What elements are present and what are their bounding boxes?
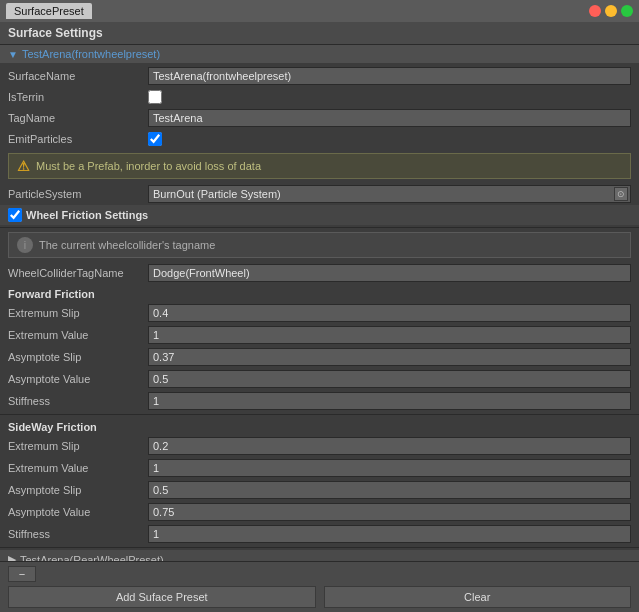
ff-asymptote-value-label: Asymptote Value [8,373,148,385]
ff-extremum-slip-label: Extremum Slip [8,307,148,319]
sf-asymptote-slip-row: Asymptote Slip [0,479,639,501]
info-box: i The current wheelcollider's tagname [8,232,631,258]
title-tab[interactable]: SurfacePreset [6,3,92,19]
warning-text: Must be a Prefab, inorder to avoid loss … [36,160,261,172]
panel-title: Surface Settings [8,26,103,40]
ff-extremum-value-input[interactable] [148,326,631,344]
bottom-controls: − Add Suface Preset Clear [0,561,639,612]
is-terrin-row: IsTerrin [0,87,639,107]
window: SurfacePreset Surface Settings ▼ TestAre… [0,0,639,612]
section-body: SurfaceName IsTerrin TagName EmitParticl… [0,63,639,561]
sf-extremum-value-row: Extremum Value [0,457,639,479]
emit-particles-row: EmitParticles [0,129,639,149]
window-controls [589,5,633,17]
emit-particles-checkbox[interactable] [148,132,162,146]
add-preset-button[interactable]: Add Suface Preset [8,586,316,608]
sideway-friction-heading: SideWay Friction [0,417,639,435]
sf-extremum-slip-input[interactable] [148,437,631,455]
info-text: The current wheelcollider's tagname [39,239,215,251]
ff-stiffness-row: Stiffness [0,390,639,412]
expanded-section-header[interactable]: ▼ TestArena(frontwheelpreset) [0,45,639,63]
particle-system-text: BurnOut (Particle System) [153,188,281,200]
sf-stiffness-row: Stiffness [0,523,639,545]
minimize-button[interactable] [605,5,617,17]
sf-asymptote-value-input[interactable] [148,503,631,521]
maximize-button[interactable] [621,5,633,17]
divider-3 [0,547,639,548]
ff-stiffness-input[interactable] [148,392,631,410]
wheel-friction-header: Wheel Friction Settings [0,205,639,225]
wheel-collider-label: WheelColliderTagName [8,267,148,279]
sf-extremum-value-label: Extremum Value [8,462,148,474]
wheel-friction-checkbox[interactable] [8,208,22,222]
particle-system-value[interactable]: BurnOut (Particle System) ⊙ [148,185,631,203]
ff-extremum-slip-row: Extremum Slip [0,302,639,324]
sf-asymptote-value-row: Asymptote Value [0,501,639,523]
tag-name-label: TagName [8,112,148,124]
ff-asymptote-slip-input[interactable] [148,348,631,366]
minus-button[interactable]: − [8,566,36,582]
wheel-collider-row: WheelColliderTagName [0,262,639,284]
minus-btn-row: − [8,566,631,582]
sf-extremum-slip-label: Extremum Slip [8,440,148,452]
expanded-section-label: TestArena(frontwheelpreset) [22,48,160,60]
sideway-friction-fields: Extremum Slip Extremum Value Asymptote S… [0,435,639,545]
sf-stiffness-input[interactable] [148,525,631,543]
ff-asymptote-value-input[interactable] [148,370,631,388]
warning-box: ⚠ Must be a Prefab, inorder to avoid los… [8,153,631,179]
wheel-friction-label: Wheel Friction Settings [26,209,148,221]
sf-asymptote-slip-label: Asymptote Slip [8,484,148,496]
sf-extremum-slip-row: Extremum Slip [0,435,639,457]
is-terrin-checkbox[interactable] [148,90,162,104]
content-area: ▼ TestArena(frontwheelpreset) SurfaceNam… [0,45,639,561]
ff-asymptote-slip-label: Asymptote Slip [8,351,148,363]
ff-extremum-slip-input[interactable] [148,304,631,322]
warning-icon: ⚠ [17,158,30,174]
wheel-collider-input[interactable] [148,264,631,282]
forward-friction-fields: Extremum Slip Extremum Value Asymptote S… [0,302,639,412]
divider-1 [0,227,639,228]
tag-name-input[interactable] [148,109,631,127]
close-button[interactable] [589,5,601,17]
ff-extremum-value-row: Extremum Value [0,324,639,346]
sf-stiffness-label: Stiffness [8,528,148,540]
tag-name-row: TagName [0,107,639,129]
title-bar: SurfacePreset [0,0,639,22]
sf-extremum-value-input[interactable] [148,459,631,477]
particle-pick-button[interactable]: ⊙ [614,187,628,201]
is-terrin-label: IsTerrin [8,91,148,103]
ff-stiffness-label: Stiffness [8,395,148,407]
collapsed-arrow: ▶ [8,553,16,561]
collapsed-section-label: TestArena(RearWheelPreset) [20,554,164,562]
surface-name-label: SurfaceName [8,70,148,82]
action-buttons: Add Suface Preset Clear [8,586,631,608]
surface-name-row: SurfaceName [0,65,639,87]
forward-friction-heading: Forward Friction [0,284,639,302]
ff-asymptote-slip-row: Asymptote Slip [0,346,639,368]
divider-2 [0,414,639,415]
clear-button[interactable]: Clear [324,586,632,608]
surface-name-input[interactable] [148,67,631,85]
info-icon: i [17,237,33,253]
emit-particles-label: EmitParticles [8,133,148,145]
particle-system-row: ParticleSystem BurnOut (Particle System)… [0,183,639,205]
particle-system-label: ParticleSystem [8,188,148,200]
sf-asymptote-slip-input[interactable] [148,481,631,499]
collapsed-section[interactable]: ▶ TestArena(RearWheelPreset) [0,550,639,561]
panel-header: Surface Settings [0,22,639,45]
section-arrow-down: ▼ [8,49,18,60]
sf-asymptote-value-label: Asymptote Value [8,506,148,518]
ff-asymptote-value-row: Asymptote Value [0,368,639,390]
ff-extremum-value-label: Extremum Value [8,329,148,341]
